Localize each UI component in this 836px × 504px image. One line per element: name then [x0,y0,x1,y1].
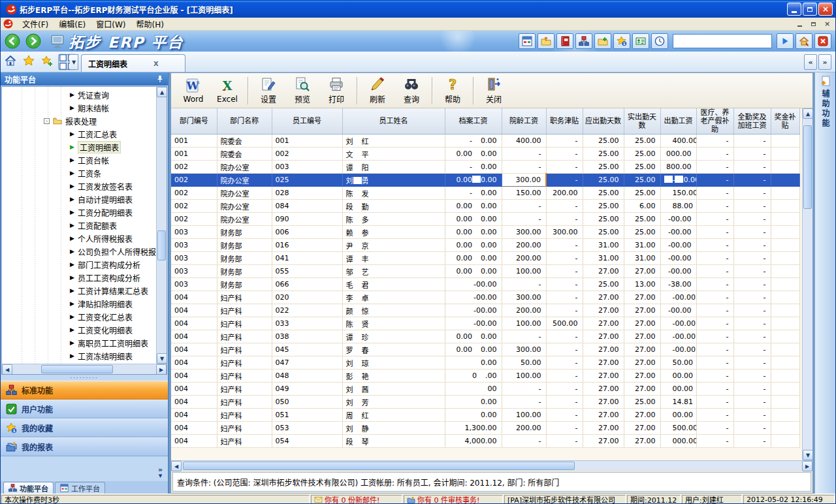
预览-button[interactable]: 预览 [285,75,319,106]
table-row[interactable]: 002院办公室090陈多0.000.00--25.0025.00-00.00-- [171,213,799,226]
sidebar-section-2[interactable]: 1我的收藏 [1,418,168,437]
tree-item-3[interactable]: ▶工资汇总表 [2,127,167,140]
notebook-icon[interactable] [556,33,573,49]
column-header[interactable]: 奖金补贴 [771,108,799,134]
tree-item-10[interactable]: ▶工资配额表 [2,219,167,232]
word-button[interactable]: WWord [176,75,210,106]
sidebar-section-3[interactable]: 我的报表 [1,437,168,456]
table-row[interactable]: 002院办公室084段勤0.000.00--25.006.0088.00-- [171,200,799,213]
table-row[interactable]: 003财务部006赖参0.000.00300.00300.0025.0025.0… [171,226,799,239]
tree-item-11[interactable]: ▶个人所得税报表 [2,232,167,245]
column-header[interactable]: 员工姓名 [342,108,445,134]
status-mail[interactable]: 你有 0 份新邮件! [311,495,402,504]
go-icon[interactable] [777,33,794,49]
column-header[interactable]: 档案工资 [445,108,502,134]
table-row[interactable]: 004妇产科054段琴4,000.00--27.0027.00000.00-- [171,435,799,448]
collapse-left-button[interactable]: « [804,54,817,70]
sidebar-section-0[interactable]: 标准功能 [1,381,168,400]
table-row[interactable]: 004妇产科020李卓-00.00300.00-27.0027.00-00.00… [171,291,799,304]
tree-item-2[interactable]: -报表处理 [2,114,167,127]
tree-horizontal-scrollbar[interactable]: ◀ ▶ [2,364,167,374]
table-row[interactable]: 001院委会002文平0.000.00--25.0025.00000.00-- [171,148,799,161]
table-row[interactable]: 003财务部055邬艺0.000.00100.00-27.0027.00-00.… [171,265,799,278]
sidebar-section-1[interactable]: 用户功能 [1,400,168,418]
home-return-icon[interactable] [796,33,812,49]
splitter-handle[interactable]: ········· [1,375,168,381]
tab-salary-detail[interactable]: 工资明细表 x [81,54,185,72]
关闭-button[interactable]: 关闭 [477,75,511,106]
帮助-button[interactable]: ?帮助 [436,75,470,106]
layout-icon[interactable] [519,33,536,49]
tree-vertical-scrollbar[interactable]: ▲ ▼ [156,87,167,364]
folder-add-icon[interactable] [594,33,611,49]
close-button[interactable]: × [818,3,833,16]
tree-item-13[interactable]: ▶部门工资构成分析 [2,258,167,271]
column-header[interactable]: 院龄工资 [502,108,546,134]
tree-item-14[interactable]: ▶员工工资构成分析 [2,271,167,284]
menu-item-3[interactable]: 帮助(H) [131,19,169,31]
table-row[interactable]: 004妇产科050刘芳0.00--27.0025.0014.81-- [171,396,799,409]
mdi-minimize-button[interactable] [794,19,805,29]
tree-item-15[interactable]: ▶工资计算结果汇总表 [2,284,167,297]
table-row[interactable]: 002院办公室028陈发-0.00150.00200.0025.0025.001… [171,187,799,200]
column-header[interactable]: 员工编号 [272,108,342,134]
column-header[interactable]: 部门名称 [217,108,272,134]
more-sections-button[interactable]: »▾ [158,467,163,479]
favorites-star-icon[interactable] [23,55,35,69]
add-favorite-icon[interactable] [41,55,53,69]
刷新-button[interactable]: 刷新 [361,75,394,106]
tab-close-icon[interactable]: x [153,59,159,68]
table-horizontal-scrollbar[interactable]: ◀ ▶ [171,460,812,471]
tree-item-20[interactable]: ▶工资冻结明细表 [2,349,167,362]
table-row[interactable]: 003财务部016尹京0.000.00200.00-31.0031.00-00.… [171,239,799,252]
tree-item-5[interactable]: ▶工资台帐 [2,153,167,166]
collapse-right-button[interactable]: » [818,54,831,70]
table-row[interactable]: 004妇产科053刘静1,300.00200.00-27.0027.00500.… [171,422,799,435]
chevron-down-icon[interactable]: ▼ [70,54,78,70]
inline-editor-cell[interactable]: 300.00 [502,174,546,187]
tree-item-16[interactable]: ▶津贴扣除明细表 [2,297,167,310]
table-row[interactable]: 004妇产科033陈贤-00.00100.00500.0027.0027.00-… [171,317,799,330]
folder-open-icon[interactable] [538,33,555,49]
tree-item-12[interactable]: ▶公司负担个人所得税报 [2,245,167,258]
table-row[interactable]: 004妇产科045罗春0.000.00300.00-27.0027.00-00.… [171,343,799,356]
clock-icon[interactable] [651,33,668,49]
menu-item-2[interactable]: 窗口(W) [91,19,131,31]
tree-item-0[interactable]: ▶凭证查询 [2,88,167,101]
back-icon[interactable] [5,33,20,49]
column-header[interactable]: 职务津贴 [546,108,583,134]
quick-search-input[interactable] [673,34,772,48]
table-row[interactable]: 002院办公室003谭阳-0.00--25.0025.00800.00-- [171,161,799,174]
minimize-button[interactable] [787,3,801,16]
column-header[interactable]: 出勤工资 [660,108,696,134]
forward-icon[interactable] [25,33,41,49]
table-vertical-scrollbar[interactable]: ▲ ▼ [802,108,812,460]
tree-item-18[interactable]: ▶工资变化明细表 [2,323,167,336]
column-header[interactable]: 应出勤天数 [583,108,624,134]
restore-button[interactable] [803,3,817,16]
aux-panel[interactable]: 辅助功能 [814,72,835,494]
table-row[interactable]: 002院办公室025刘勇0.000.00300.00-25.0025.00-0.… [171,174,799,187]
tree-item-17[interactable]: ▶工资变化汇总表 [2,310,167,323]
打印-button[interactable]: 打印 [319,75,353,106]
idcard-icon[interactable] [632,33,649,49]
table-row[interactable]: 001院委会001刘红-0.00400.00-25.0025.00400.00-… [171,134,799,148]
sidebar-tab-1[interactable]: 工作平台 [55,482,105,494]
table-row[interactable]: 004妇产科022颜惊-00.00200.00-27.0027.00-00.00… [171,304,799,317]
tree-item-6[interactable]: ▶工资条 [2,166,167,180]
column-header[interactable]: 医疗、养老产假补助 [696,108,733,134]
status-audit[interactable]: 你有 0 件审核事务! [404,495,503,504]
tree-expand-icon[interactable]: - [44,118,50,124]
column-header[interactable]: 实出勤天数 [624,108,660,134]
tree-item-7[interactable]: ▶工资发放签名表 [2,180,167,193]
column-header[interactable]: 部门编号 [171,108,217,134]
tree-item-4[interactable]: ▶工资明细表 [2,140,167,153]
menu-item-0[interactable]: 文件(F) [17,19,54,31]
table-row[interactable]: 004妇产科038谭珍0.000.00--27.0027.00-00.00-- [171,330,799,343]
table-row[interactable]: 004妇产科049刘茜00--27.0027.0000.00-- [171,383,799,396]
mdi-close-button[interactable]: × [822,19,833,29]
menu-item-1[interactable]: 编辑(E) [54,19,91,31]
table-row[interactable]: 004妇产科051周红0.00100.00-27.0027.0000.00-- [171,409,799,422]
tree-item-19[interactable]: ▶离职员工工资明细表 [2,336,167,349]
table-row[interactable]: 004妇产科047刘琼0.0050.00-27.0027.0050.00-- [171,356,799,370]
